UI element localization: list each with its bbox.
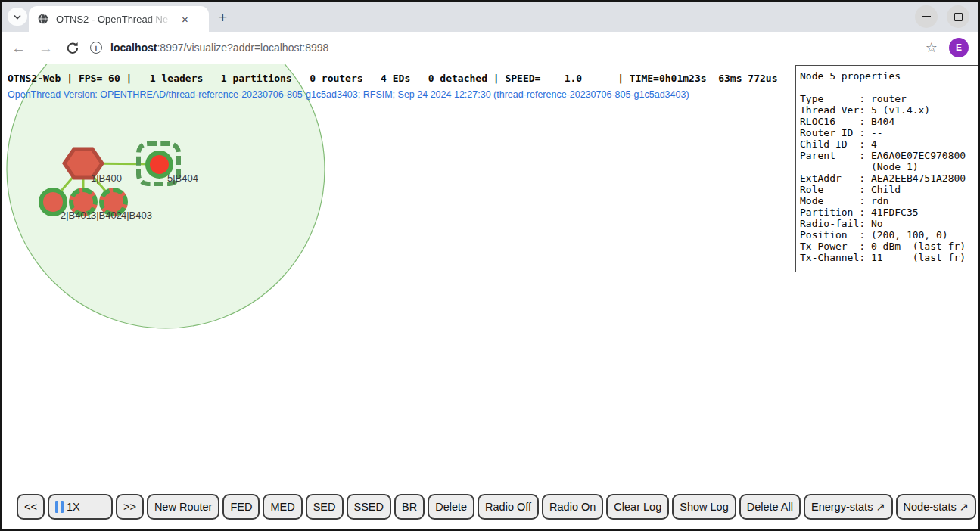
browser-window: OTNS2 - OpenThread Ne × + ← → i localhos… [0, 0, 980, 531]
back-button[interactable]: ← [11, 41, 26, 55]
step-back-button[interactable]: << [17, 494, 45, 520]
openthread-version-text: OpenThread Version: OPENTHREAD/thread-re… [8, 89, 689, 100]
node-1-label: 1|B400 [91, 172, 122, 184]
energy-stats-button[interactable]: Energy-stats ↗ [804, 494, 893, 520]
tab-close-icon[interactable]: × [182, 14, 188, 25]
properties-title: Node 5 properties [800, 70, 974, 82]
new-tab-button[interactable]: + [218, 9, 227, 25]
maximize-button[interactable] [947, 5, 969, 28]
tab-search-button[interactable] [8, 8, 27, 26]
address-bar[interactable]: i localhost:8997/visualize?addr=localhos… [90, 36, 918, 59]
br-button[interactable]: BR [394, 494, 425, 520]
site-info-icon[interactable]: i [90, 42, 102, 54]
reload-icon [66, 42, 79, 54]
node-stats-button[interactable]: Node-stats ↗ [896, 494, 976, 520]
action-toolbar: << 1X >> New Router FED MED SED SSED BR … [17, 494, 976, 520]
clear-log-button[interactable]: Clear Log [606, 494, 669, 520]
url-host: localhost [110, 42, 157, 54]
node-5-label: 5|B404 [167, 172, 198, 184]
otns-visualizer-page: OTNS2-Web | FPS= 60 | 1 leaders 1 partit… [2, 64, 978, 529]
delete-button[interactable]: Delete [428, 494, 474, 520]
minimize-button[interactable] [915, 5, 938, 28]
radio-off-button[interactable]: Radio Off [478, 494, 539, 520]
node-4-label: 4|B403 [121, 210, 152, 221]
window-controls [915, 5, 969, 28]
step-forward-button[interactable]: >> [116, 494, 144, 520]
minimize-icon [922, 16, 931, 17]
maximize-icon [954, 13, 963, 21]
delete-all-button[interactable]: Delete All [739, 494, 801, 520]
profile-avatar[interactable]: E [949, 38, 969, 57]
globe-favicon-icon [37, 13, 49, 25]
node-2-label: 2|B401 [61, 210, 92, 221]
show-log-button[interactable]: Show Log [672, 494, 736, 520]
browser-tab[interactable]: OTNS2 - OpenThread Ne × [29, 6, 209, 32]
status-bar: OTNS2-Web | FPS= 60 | 1 leaders 1 partit… [8, 73, 777, 84]
properties-body: Type : router Thread Ver: 5 (v1.4.x) RLO… [800, 82, 974, 263]
fed-button[interactable]: FED [222, 494, 260, 520]
radio-on-button[interactable]: Radio On [542, 494, 603, 520]
reload-button[interactable] [66, 42, 79, 54]
node-3-label: 3|B402 [91, 210, 122, 221]
node-properties-panel: Node 5 properties Type : router Thread V… [795, 65, 978, 272]
url-text: localhost:8997/visualize?addr=localhost:… [110, 42, 328, 54]
tab-title: OTNS2 - OpenThread Ne [56, 14, 176, 25]
pause-icon [55, 502, 64, 513]
network-canvas[interactable] [2, 64, 796, 529]
speed-button[interactable]: 1X [48, 494, 113, 520]
browser-toolbar: ← → i localhost:8997/visualize?addr=loca… [2, 32, 978, 64]
bookmark-star-icon[interactable]: ☆ [926, 39, 938, 56]
ssed-button[interactable]: SSED [347, 494, 392, 520]
med-button[interactable]: MED [263, 494, 302, 520]
url-path: :8997/visualize?addr=localhost:8998 [157, 42, 328, 54]
new-router-button[interactable]: New Router [147, 494, 220, 520]
forward-button[interactable]: → [39, 41, 53, 55]
sed-button[interactable]: SED [306, 494, 344, 520]
tab-strip: OTNS2 - OpenThread Ne × + [2, 2, 978, 32]
speed-label: 1X [67, 501, 80, 513]
chevron-down-icon [14, 14, 21, 20]
